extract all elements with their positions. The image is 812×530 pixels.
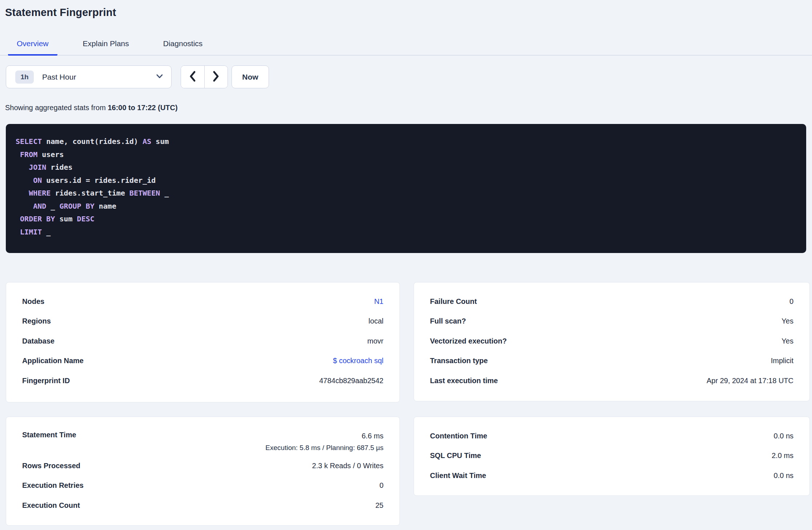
row-value: 2.0 ms [772,451,793,460]
sql-line: WHERE rides.start_time BETWEEN _ [16,187,799,200]
table-row: Execution Retries 0 [6,476,399,496]
table-row: Rows Processed 2.3 k Reads / 0 Writes [6,456,399,476]
time-range-badge: 1h [15,71,34,84]
sql-line: AND _ GROUP BY name [16,200,799,213]
sql-line: JOIN rides [16,161,799,174]
tab-diagnostics[interactable]: Diagnostics [154,36,212,56]
row-value: movr [367,337,383,345]
wait-timing-card: Contention Time 0.0 ns SQL CPU Time 2.0 … [414,417,810,496]
row-label: Execution Count [22,501,80,510]
table-row: Application Name $ cockroach sql [6,351,399,371]
row-label: Nodes [22,297,44,306]
statement-timing-card: Statement Time 6.6 ms Execution: 5.8 ms … [6,417,400,526]
table-row: Client Wait Time 0.0 ns [414,466,809,486]
row-label: Application Name [22,357,84,365]
row-label: Regions [22,317,51,325]
sql-line: ORDER BY sum DESC [16,213,799,226]
application-name-link[interactable]: $ cockroach sql [333,357,383,365]
row-label: Contention Time [430,432,487,440]
aggregated-stats-prefix: Showing aggregated stats from [5,104,106,112]
table-row: Regions local [6,312,399,332]
table-row: Database movr [6,331,399,351]
time-range-dropdown[interactable]: 1h Past Hour [6,65,172,88]
row-subvalue: Execution: 5.8 ms / Planning: 687.5 µs [265,443,383,453]
tab-overview[interactable]: Overview [8,36,57,56]
row-value: Implicit [771,357,793,365]
table-row: Statement Time 6.6 ms Execution: 5.8 ms … [6,426,399,456]
row-label: Last execution time [430,377,498,385]
tab-overview-label: Overview [17,39,49,48]
row-value: 0 [789,297,793,306]
row-label: Execution Retries [22,481,84,490]
page-title: Statement Fingerprint [5,7,116,19]
row-label: Client Wait Time [430,471,486,480]
tab-explain-plans[interactable]: Explain Plans [74,36,138,56]
previous-interval-button[interactable] [181,66,205,88]
sql-line: FROM users [16,148,799,161]
sql-statement: SELECT name, count(rides.id) AS sum FROM… [6,124,806,253]
chevron-left-icon [188,71,197,83]
sql-line: ON users.id = rides.rider_id [16,174,799,187]
table-row: Vectorized execution? Yes [414,331,809,351]
row-value: 6.6 ms [362,431,383,441]
statement-fingerprint-page: Statement Fingerprint Overview Explain P… [0,0,812,530]
chevron-down-icon [156,74,163,80]
table-row: Execution Count 25 [6,495,399,515]
next-interval-button[interactable] [205,66,228,88]
row-label: Failure Count [430,297,477,306]
nodes-link[interactable]: N1 [374,297,383,306]
now-button[interactable]: Now [232,65,269,88]
chevron-right-icon [212,71,220,83]
row-label: Rows Processed [22,462,80,470]
sql-line: LIMIT _ [16,226,799,239]
row-label: SQL CPU Time [430,451,481,460]
table-row: Nodes N1 [6,292,399,312]
tab-bar: Overview Explain Plans Diagnostics [8,36,211,56]
row-value: local [369,317,383,325]
table-row: Fingerprint ID 4784cb829aab2542 [6,371,399,391]
row-value: 0 [379,481,383,490]
row-value: 0.0 ns [774,471,793,480]
time-range-label: Past Hour [42,73,76,81]
row-label: Database [22,337,55,345]
row-value: 25 [375,501,383,510]
row-label: Transaction type [430,357,488,365]
table-row: SQL CPU Time 2.0 ms [414,446,809,466]
row-label: Statement Time [22,431,76,439]
tab-explain-plans-label: Explain Plans [83,39,129,48]
aggregated-stats-range: 16:00 to 17:22 (UTC) [108,104,177,112]
row-value: Apr 29, 2024 at 17:18 UTC [707,377,793,385]
time-pager [181,65,228,88]
sql-line: SELECT name, count(rides.id) AS sum [16,135,799,148]
aggregated-stats-caption: Showing aggregated stats from 16:00 to 1… [5,104,178,112]
table-row: Last execution time Apr 29, 2024 at 17:1… [414,371,809,391]
statement-details-card: Nodes N1 Regions local Database movr App… [6,282,400,402]
table-row: Transaction type Implicit [414,351,809,371]
table-row: Failure Count 0 [414,292,809,312]
row-label: Full scan? [430,317,466,325]
row-label: Vectorized execution? [430,337,507,345]
row-value: 0.0 ns [774,432,793,440]
row-value: Yes [781,337,793,345]
table-row: Contention Time 0.0 ns [414,426,809,446]
table-row: Full scan? Yes [414,312,809,332]
row-value: 2.3 k Reads / 0 Writes [312,462,383,470]
row-value: 4784cb829aab2542 [319,377,383,385]
row-value: Yes [781,317,793,325]
tab-diagnostics-label: Diagnostics [163,39,203,48]
execution-attributes-card: Failure Count 0 Full scan? Yes Vectorize… [414,282,810,401]
row-label: Fingerprint ID [22,377,70,385]
